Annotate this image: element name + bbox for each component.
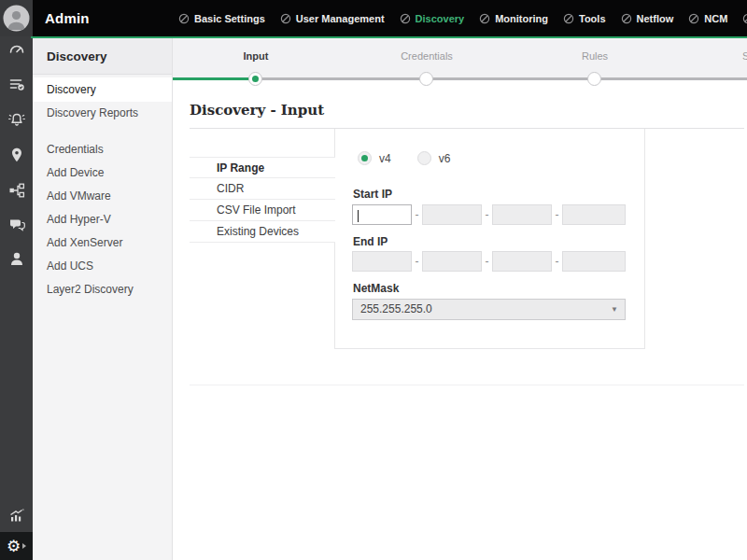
top-menu-user-management[interactable]: User Management xyxy=(280,13,385,24)
end-ip-octet-1[interactable] xyxy=(352,251,412,272)
top-menu: Basic Settings User Management Discovery… xyxy=(178,0,747,36)
sidebar-item-add-xenserver[interactable]: Add XenServer xyxy=(33,231,172,255)
octet-separator: - xyxy=(412,255,422,268)
wizard-stepper: Input Credentials Rules Schedule xyxy=(173,38,747,79)
top-menu-label: User Management xyxy=(296,13,385,24)
top-menu-label: NCM xyxy=(704,13,727,24)
sidebar-item-credentials[interactable]: Credentials xyxy=(33,138,172,161)
top-menu-label: Basic Settings xyxy=(194,13,265,24)
step-label-credentials: Credentials xyxy=(401,50,453,62)
tab-ip-range[interactable]: IP Range xyxy=(190,157,335,178)
start-ip-octet-2[interactable] xyxy=(422,204,482,225)
app-window: Admin Basic Settings User Management Dis… xyxy=(0,0,747,560)
text-caret xyxy=(358,210,359,222)
radio-v4-label: v4 xyxy=(379,152,391,165)
gear-caret-icon xyxy=(22,543,26,549)
topbar-accent-line xyxy=(31,36,747,38)
top-menu-ncm[interactable]: NCM xyxy=(688,13,727,24)
top-menu-label: Discovery xyxy=(416,13,465,24)
sidebar-item-discovery-reports[interactable]: Discovery Reports xyxy=(33,102,172,125)
step-label-input: Input xyxy=(244,50,269,62)
sidebar-group-1: Discovery Discovery Reports xyxy=(33,77,172,125)
circle-slash-icon xyxy=(400,13,411,24)
octet-separator: - xyxy=(552,208,562,221)
octet-separator: - xyxy=(482,208,492,221)
panel-border-bottom xyxy=(334,348,645,349)
radio-v4[interactable] xyxy=(358,151,372,165)
start-ip-octet-3[interactable] xyxy=(492,204,552,225)
top-menu-label: Monitoring xyxy=(495,13,548,24)
netmask-label: NetMask xyxy=(353,282,399,295)
page-title-admin: Admin xyxy=(45,0,90,36)
top-menu-tools[interactable]: Tools xyxy=(563,13,606,24)
section-title: Discovery - Input xyxy=(190,102,324,119)
step-dot-rules[interactable] xyxy=(587,72,601,86)
circle-slash-icon xyxy=(479,13,490,24)
step-label-schedule: Schedule xyxy=(742,50,747,62)
location-pin-icon[interactable] xyxy=(0,146,33,164)
tab-cidr[interactable]: CIDR xyxy=(190,178,335,200)
reports-chart-icon[interactable] xyxy=(0,506,33,525)
circle-slash-icon xyxy=(742,13,747,24)
tab-csv-file-import[interactable]: CSV File Import xyxy=(190,200,335,221)
step-dot-input[interactable] xyxy=(248,72,262,86)
end-ip-octet-3[interactable] xyxy=(492,251,552,272)
top-bar: Admin Basic Settings User Management Dis… xyxy=(0,0,747,36)
avatar-icon xyxy=(3,5,30,32)
main-content: Input Credentials Rules Schedule Discove… xyxy=(173,38,747,560)
inventory-list-icon[interactable] xyxy=(0,75,33,93)
chat-icon[interactable] xyxy=(0,215,33,233)
avatar[interactable] xyxy=(0,0,33,36)
section-bottom-divider xyxy=(190,385,744,385)
stepper-track-progress xyxy=(173,77,256,80)
title-divider xyxy=(190,128,744,129)
step-label-rules: Rules xyxy=(582,50,608,62)
sidebar-group-2: Credentials Add Device Add VMware Add Hy… xyxy=(33,138,172,301)
octet-separator: - xyxy=(482,255,492,268)
circle-slash-icon xyxy=(688,13,699,24)
circle-slash-icon xyxy=(621,13,632,24)
top-menu-oputils[interactable]: OpUtils xyxy=(742,13,747,24)
start-ip-inputs: - - - xyxy=(352,204,626,225)
panel-border-right xyxy=(644,129,645,348)
settings-gear-icon: ⚙ xyxy=(7,539,21,554)
discovery-sidebar: Discovery Discovery Discovery Reports Cr… xyxy=(33,38,173,560)
user-icon[interactable] xyxy=(0,249,33,268)
octet-separator: - xyxy=(412,208,422,221)
top-menu-netflow[interactable]: Netflow xyxy=(621,13,674,24)
circle-slash-icon xyxy=(280,13,291,24)
circle-slash-icon xyxy=(563,13,574,24)
top-menu-basic-settings[interactable]: Basic Settings xyxy=(178,13,265,24)
top-menu-label: Netflow xyxy=(637,13,674,24)
chevron-down-icon: ▼ xyxy=(611,300,618,319)
step-dot-credentials[interactable] xyxy=(419,72,433,86)
circle-slash-icon xyxy=(178,13,190,24)
radio-v6[interactable] xyxy=(417,151,431,165)
dashboard-gauge-icon[interactable] xyxy=(0,39,33,58)
sidebar-item-add-device[interactable]: Add Device xyxy=(33,161,172,185)
topology-icon[interactable] xyxy=(0,181,33,200)
icon-rail: ⚙ xyxy=(0,36,33,560)
end-ip-inputs: - - - xyxy=(352,251,626,272)
start-ip-label: Start IP xyxy=(353,188,392,201)
start-ip-octet-4[interactable] xyxy=(562,204,626,225)
sidebar-item-layer2-discovery[interactable]: Layer2 Discovery xyxy=(33,278,172,301)
sidebar-item-add-hyper-v[interactable]: Add Hyper-V xyxy=(33,208,172,231)
radio-v6-label: v6 xyxy=(439,152,451,165)
end-ip-octet-4[interactable] xyxy=(562,251,626,272)
start-ip-octet-1[interactable] xyxy=(352,204,412,225)
octet-separator: - xyxy=(552,255,562,268)
sidebar-item-add-ucs[interactable]: Add UCS xyxy=(33,255,172,278)
top-menu-discovery[interactable]: Discovery xyxy=(400,13,465,24)
netmask-select[interactable]: 255.255.255.0 ▼ xyxy=(352,299,626,320)
netmask-value: 255.255.255.0 xyxy=(360,302,432,315)
end-ip-octet-2[interactable] xyxy=(422,251,482,272)
sidebar-item-add-vmware[interactable]: Add VMware xyxy=(33,185,172,208)
top-menu-monitoring[interactable]: Monitoring xyxy=(479,13,548,24)
end-ip-label: End IP xyxy=(353,235,388,248)
settings-gear-button[interactable]: ⚙ xyxy=(0,532,33,560)
top-menu-label: Tools xyxy=(579,13,606,24)
alarm-bell-icon[interactable] xyxy=(0,110,33,129)
sidebar-item-discovery[interactable]: Discovery xyxy=(33,77,172,102)
tab-existing-devices[interactable]: Existing Devices xyxy=(190,221,335,243)
